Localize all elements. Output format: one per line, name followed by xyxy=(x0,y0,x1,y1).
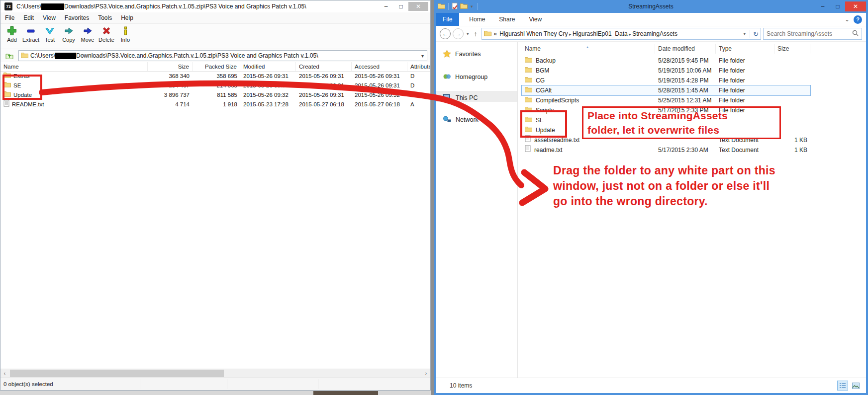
column-header-name[interactable]: Name xyxy=(0,62,148,71)
menu-favorites[interactable]: Favorites xyxy=(60,14,94,21)
menu-help[interactable]: Help xyxy=(116,14,138,21)
toolbar-extract-button[interactable]: Extract xyxy=(21,25,40,43)
column-header-size[interactable]: Size xyxy=(148,62,193,71)
type-cell: File folder xyxy=(716,76,774,85)
toolbar-label: Info xyxy=(121,37,130,43)
column-header-accessed[interactable]: Accessed xyxy=(352,62,407,71)
table-row[interactable]: CompiledScripts5/25/2015 12:31 AMFile fo… xyxy=(522,95,810,105)
table-row[interactable]: readme.txt5/17/2015 2:30 AMText Document… xyxy=(522,145,810,155)
tab-home[interactable]: Home xyxy=(462,13,492,26)
table-row[interactable]: SE234 467214 5652015-05-26 09:312015-05-… xyxy=(0,81,430,90)
toolbar-info-button[interactable]: Info xyxy=(116,25,135,43)
column-header-attributes[interactable]: Attributes xyxy=(407,62,430,71)
address-bar[interactable]: « Higurashi When They Cry ▸ HigurashiEp0… xyxy=(482,28,761,40)
screenshot-canvas: 7z C:\Users\Downloads\PS3.Voice.and.Grap… xyxy=(0,0,868,395)
new-folder-icon[interactable] xyxy=(460,3,468,10)
size-cell: 368 340 xyxy=(148,72,193,81)
attributes-cell: D xyxy=(407,90,430,100)
size-cell xyxy=(774,76,810,85)
maximize-button[interactable]: □ xyxy=(830,2,845,11)
thumbnails-view-button[interactable] xyxy=(850,381,861,391)
up-button[interactable]: ↑ xyxy=(472,30,480,38)
minimize-button[interactable]: – xyxy=(815,2,830,11)
breadcrumb-segment[interactable]: HigurashiEp01_Data xyxy=(573,30,628,37)
menu-tools[interactable]: Tools xyxy=(94,14,116,21)
text-file-icon xyxy=(3,100,9,109)
forward-button[interactable]: → xyxy=(453,28,464,39)
close-button[interactable]: ✕ xyxy=(845,1,866,11)
folder-icon xyxy=(484,30,491,38)
scrollbar-track[interactable] xyxy=(9,369,422,378)
column-header-size[interactable]: Size xyxy=(774,44,810,54)
address-dropdown-icon[interactable]: ▾ xyxy=(743,31,747,36)
sevenzip-titlebar[interactable]: 7z C:\Users\Downloads\PS3.Voice.and.Grap… xyxy=(0,0,430,12)
date-modified-cell: 5/19/2015 4:28 PM xyxy=(655,76,716,85)
table-row[interactable]: Update3 896 737811 5852015-05-26 09:3220… xyxy=(0,90,430,100)
column-header-created[interactable]: Created xyxy=(296,62,352,71)
recent-locations-icon[interactable]: ▾ xyxy=(466,31,470,36)
tab-file[interactable]: File xyxy=(436,13,459,26)
sevenzip-address-text: C:\Users\Downloads\PS3.Voice.and.Graphic… xyxy=(30,52,318,59)
search-box[interactable] xyxy=(763,28,862,40)
annotation-text-line: Drag the folder to any white part on thi… xyxy=(553,163,775,178)
details-view-button[interactable] xyxy=(837,381,848,391)
toolbar-delete-button[interactable]: Delete xyxy=(97,25,116,43)
search-input[interactable] xyxy=(767,30,850,37)
menu-file[interactable]: File xyxy=(0,14,19,21)
properties-icon[interactable] xyxy=(452,2,458,11)
breadcrumb-segment[interactable]: StreamingAssets xyxy=(632,30,677,37)
table-row[interactable]: Extras368 340358 6952015-05-26 09:312015… xyxy=(0,72,430,81)
table-row[interactable]: CGAlt5/28/2015 1:45 AMFile folder xyxy=(522,85,810,95)
breadcrumb-segment[interactable]: Higurashi When They Cry xyxy=(499,30,568,37)
scroll-left-icon[interactable]: ‹ xyxy=(0,371,9,376)
sevenzip-window: 7z C:\Users\Downloads\PS3.Voice.and.Grap… xyxy=(0,0,431,391)
menu-edit[interactable]: Edit xyxy=(19,14,38,21)
toolbar-test-button[interactable]: Test xyxy=(40,25,59,43)
back-button[interactable]: ← xyxy=(440,28,451,39)
modified-cell: 2015-05-26 09:32 xyxy=(240,90,296,100)
date-modified-cell: 5/28/2015 9:45 PM xyxy=(655,56,716,66)
scroll-right-icon[interactable]: › xyxy=(422,371,430,376)
table-row[interactable]: CG5/19/2015 4:28 PMFile folder xyxy=(522,76,810,85)
menu-view[interactable]: View xyxy=(38,14,60,21)
toolbar-move-button[interactable]: Move xyxy=(78,25,97,43)
collapse-ribbon-icon[interactable]: ⌄ xyxy=(845,16,850,23)
minimize-button[interactable]: – xyxy=(379,2,393,11)
qat-dropdown-icon[interactable]: ▾ xyxy=(470,4,474,9)
breadcrumb-overflow[interactable]: « xyxy=(494,30,497,37)
scrollbar-thumb[interactable] xyxy=(10,370,224,377)
toolbar-copy-button[interactable]: Copy xyxy=(59,25,78,43)
up-one-level-icon[interactable] xyxy=(3,51,15,61)
sidebar-item-homegroup[interactable]: Homegroup xyxy=(443,72,487,82)
column-header-row: NameDate modifiedTypeSize▴ xyxy=(522,44,866,54)
refresh-icon[interactable]: ↻ xyxy=(753,30,759,38)
sevenzip-address-input[interactable]: C:\Users\Downloads\PS3.Voice.and.Graphic… xyxy=(18,50,427,61)
modified-cell: 2015-05-26 09:31 xyxy=(240,72,296,81)
table-row[interactable]: BGM5/19/2015 10:06 AMFile folder xyxy=(522,66,810,76)
column-header-type[interactable]: Type xyxy=(716,44,774,54)
table-row[interactable]: Backup5/28/2015 9:45 PMFile folder xyxy=(522,56,810,66)
column-header-packed-size[interactable]: Packed Size xyxy=(193,62,240,71)
column-header-modified[interactable]: Modified xyxy=(240,62,296,71)
tab-view[interactable]: View xyxy=(522,13,549,26)
table-row[interactable]: README.txt4 7141 9182015-05-23 17:282015… xyxy=(0,100,430,109)
close-button[interactable]: ✕ xyxy=(408,2,428,11)
annotation-text-line: window, just not on a folder or else it'… xyxy=(553,178,775,194)
accessed-cell: 2015-05-26 09:32 xyxy=(352,90,407,100)
annotation-drag-text: Drag the folder to any white part on thi… xyxy=(553,163,775,209)
column-header-date-modified[interactable]: Date modified xyxy=(655,44,716,54)
toolbar-add-button[interactable]: Add xyxy=(2,25,21,43)
chevron-down-icon[interactable]: ▾ xyxy=(418,53,427,59)
folder-icon[interactable] xyxy=(438,3,445,10)
sidebar-item-this-pc[interactable]: This PC xyxy=(443,92,478,103)
accessed-cell: 2015-05-26 09:31 xyxy=(352,72,407,81)
maximize-button[interactable]: □ xyxy=(393,2,408,11)
sidebar-item-favorites[interactable]: Favorites xyxy=(443,49,481,60)
text-file-icon xyxy=(525,145,531,155)
horizontal-scrollbar[interactable]: ‹ › xyxy=(0,369,430,378)
tab-share[interactable]: Share xyxy=(492,13,522,26)
explorer-titlebar[interactable]: StreamingAssets ▾ – □ ✕ xyxy=(436,0,866,13)
search-icon[interactable] xyxy=(852,29,859,38)
help-icon[interactable]: ? xyxy=(854,15,862,24)
sidebar-item-network[interactable]: Network xyxy=(443,114,479,125)
